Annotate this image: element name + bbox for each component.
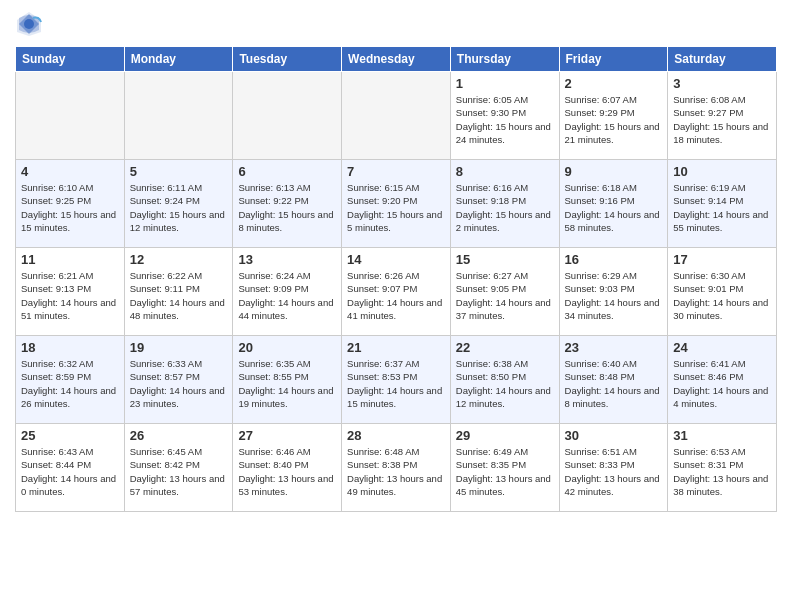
day-info: Sunrise: 6:24 AM Sunset: 9:09 PM Dayligh… xyxy=(238,269,336,322)
day-info: Sunrise: 6:07 AM Sunset: 9:29 PM Dayligh… xyxy=(565,93,663,146)
calendar-cell: 16Sunrise: 6:29 AM Sunset: 9:03 PM Dayli… xyxy=(559,248,668,336)
day-number: 14 xyxy=(347,252,445,267)
day-info: Sunrise: 6:38 AM Sunset: 8:50 PM Dayligh… xyxy=(456,357,554,410)
calendar-cell: 3Sunrise: 6:08 AM Sunset: 9:27 PM Daylig… xyxy=(668,72,777,160)
col-header-monday: Monday xyxy=(124,47,233,72)
calendar-cell: 4Sunrise: 6:10 AM Sunset: 9:25 PM Daylig… xyxy=(16,160,125,248)
calendar-cell: 2Sunrise: 6:07 AM Sunset: 9:29 PM Daylig… xyxy=(559,72,668,160)
day-info: Sunrise: 6:46 AM Sunset: 8:40 PM Dayligh… xyxy=(238,445,336,498)
day-info: Sunrise: 6:48 AM Sunset: 8:38 PM Dayligh… xyxy=(347,445,445,498)
day-number: 3 xyxy=(673,76,771,91)
day-info: Sunrise: 6:13 AM Sunset: 9:22 PM Dayligh… xyxy=(238,181,336,234)
calendar-cell: 5Sunrise: 6:11 AM Sunset: 9:24 PM Daylig… xyxy=(124,160,233,248)
day-number: 11 xyxy=(21,252,119,267)
day-info: Sunrise: 6:05 AM Sunset: 9:30 PM Dayligh… xyxy=(456,93,554,146)
day-info: Sunrise: 6:51 AM Sunset: 8:33 PM Dayligh… xyxy=(565,445,663,498)
day-number: 22 xyxy=(456,340,554,355)
day-info: Sunrise: 6:40 AM Sunset: 8:48 PM Dayligh… xyxy=(565,357,663,410)
calendar-cell: 29Sunrise: 6:49 AM Sunset: 8:35 PM Dayli… xyxy=(450,424,559,512)
header xyxy=(15,10,777,38)
day-info: Sunrise: 6:53 AM Sunset: 8:31 PM Dayligh… xyxy=(673,445,771,498)
calendar-cell: 13Sunrise: 6:24 AM Sunset: 9:09 PM Dayli… xyxy=(233,248,342,336)
day-number: 12 xyxy=(130,252,228,267)
day-number: 10 xyxy=(673,164,771,179)
day-info: Sunrise: 6:19 AM Sunset: 9:14 PM Dayligh… xyxy=(673,181,771,234)
day-info: Sunrise: 6:32 AM Sunset: 8:59 PM Dayligh… xyxy=(21,357,119,410)
day-number: 28 xyxy=(347,428,445,443)
day-number: 2 xyxy=(565,76,663,91)
day-info: Sunrise: 6:29 AM Sunset: 9:03 PM Dayligh… xyxy=(565,269,663,322)
calendar-cell: 25Sunrise: 6:43 AM Sunset: 8:44 PM Dayli… xyxy=(16,424,125,512)
day-info: Sunrise: 6:08 AM Sunset: 9:27 PM Dayligh… xyxy=(673,93,771,146)
day-info: Sunrise: 6:21 AM Sunset: 9:13 PM Dayligh… xyxy=(21,269,119,322)
calendar-cell xyxy=(16,72,125,160)
day-info: Sunrise: 6:18 AM Sunset: 9:16 PM Dayligh… xyxy=(565,181,663,234)
day-number: 13 xyxy=(238,252,336,267)
calendar-cell: 30Sunrise: 6:51 AM Sunset: 8:33 PM Dayli… xyxy=(559,424,668,512)
day-number: 5 xyxy=(130,164,228,179)
col-header-thursday: Thursday xyxy=(450,47,559,72)
calendar-cell: 17Sunrise: 6:30 AM Sunset: 9:01 PM Dayli… xyxy=(668,248,777,336)
calendar-cell: 8Sunrise: 6:16 AM Sunset: 9:18 PM Daylig… xyxy=(450,160,559,248)
col-header-friday: Friday xyxy=(559,47,668,72)
week-row-1: 4Sunrise: 6:10 AM Sunset: 9:25 PM Daylig… xyxy=(16,160,777,248)
week-row-2: 11Sunrise: 6:21 AM Sunset: 9:13 PM Dayli… xyxy=(16,248,777,336)
day-info: Sunrise: 6:11 AM Sunset: 9:24 PM Dayligh… xyxy=(130,181,228,234)
calendar-cell xyxy=(342,72,451,160)
col-header-sunday: Sunday xyxy=(16,47,125,72)
day-info: Sunrise: 6:15 AM Sunset: 9:20 PM Dayligh… xyxy=(347,181,445,234)
calendar-cell: 24Sunrise: 6:41 AM Sunset: 8:46 PM Dayli… xyxy=(668,336,777,424)
calendar-cell: 6Sunrise: 6:13 AM Sunset: 9:22 PM Daylig… xyxy=(233,160,342,248)
day-info: Sunrise: 6:45 AM Sunset: 8:42 PM Dayligh… xyxy=(130,445,228,498)
day-number: 6 xyxy=(238,164,336,179)
day-number: 26 xyxy=(130,428,228,443)
day-number: 1 xyxy=(456,76,554,91)
svg-point-1 xyxy=(24,19,34,29)
day-number: 29 xyxy=(456,428,554,443)
calendar-cell: 18Sunrise: 6:32 AM Sunset: 8:59 PM Dayli… xyxy=(16,336,125,424)
calendar-cell: 26Sunrise: 6:45 AM Sunset: 8:42 PM Dayli… xyxy=(124,424,233,512)
day-info: Sunrise: 6:22 AM Sunset: 9:11 PM Dayligh… xyxy=(130,269,228,322)
day-number: 15 xyxy=(456,252,554,267)
day-number: 16 xyxy=(565,252,663,267)
day-number: 25 xyxy=(21,428,119,443)
calendar-cell: 20Sunrise: 6:35 AM Sunset: 8:55 PM Dayli… xyxy=(233,336,342,424)
day-number: 24 xyxy=(673,340,771,355)
day-number: 17 xyxy=(673,252,771,267)
calendar-cell: 11Sunrise: 6:21 AM Sunset: 9:13 PM Dayli… xyxy=(16,248,125,336)
day-number: 31 xyxy=(673,428,771,443)
calendar-header-row: SundayMondayTuesdayWednesdayThursdayFrid… xyxy=(16,47,777,72)
day-info: Sunrise: 6:43 AM Sunset: 8:44 PM Dayligh… xyxy=(21,445,119,498)
day-info: Sunrise: 6:49 AM Sunset: 8:35 PM Dayligh… xyxy=(456,445,554,498)
calendar-cell: 15Sunrise: 6:27 AM Sunset: 9:05 PM Dayli… xyxy=(450,248,559,336)
calendar-cell: 9Sunrise: 6:18 AM Sunset: 9:16 PM Daylig… xyxy=(559,160,668,248)
day-number: 7 xyxy=(347,164,445,179)
day-number: 18 xyxy=(21,340,119,355)
day-info: Sunrise: 6:33 AM Sunset: 8:57 PM Dayligh… xyxy=(130,357,228,410)
calendar: SundayMondayTuesdayWednesdayThursdayFrid… xyxy=(15,46,777,512)
day-number: 30 xyxy=(565,428,663,443)
day-number: 4 xyxy=(21,164,119,179)
col-header-tuesday: Tuesday xyxy=(233,47,342,72)
day-number: 21 xyxy=(347,340,445,355)
day-number: 9 xyxy=(565,164,663,179)
day-number: 19 xyxy=(130,340,228,355)
day-number: 27 xyxy=(238,428,336,443)
day-info: Sunrise: 6:30 AM Sunset: 9:01 PM Dayligh… xyxy=(673,269,771,322)
day-info: Sunrise: 6:27 AM Sunset: 9:05 PM Dayligh… xyxy=(456,269,554,322)
col-header-saturday: Saturday xyxy=(668,47,777,72)
calendar-cell: 14Sunrise: 6:26 AM Sunset: 9:07 PM Dayli… xyxy=(342,248,451,336)
calendar-cell: 23Sunrise: 6:40 AM Sunset: 8:48 PM Dayli… xyxy=(559,336,668,424)
day-info: Sunrise: 6:26 AM Sunset: 9:07 PM Dayligh… xyxy=(347,269,445,322)
day-info: Sunrise: 6:37 AM Sunset: 8:53 PM Dayligh… xyxy=(347,357,445,410)
page: SundayMondayTuesdayWednesdayThursdayFrid… xyxy=(0,0,792,612)
day-info: Sunrise: 6:35 AM Sunset: 8:55 PM Dayligh… xyxy=(238,357,336,410)
day-number: 8 xyxy=(456,164,554,179)
calendar-cell: 22Sunrise: 6:38 AM Sunset: 8:50 PM Dayli… xyxy=(450,336,559,424)
week-row-4: 25Sunrise: 6:43 AM Sunset: 8:44 PM Dayli… xyxy=(16,424,777,512)
day-number: 23 xyxy=(565,340,663,355)
day-number: 20 xyxy=(238,340,336,355)
calendar-cell: 31Sunrise: 6:53 AM Sunset: 8:31 PM Dayli… xyxy=(668,424,777,512)
logo xyxy=(15,10,47,38)
logo-icon xyxy=(15,10,43,38)
